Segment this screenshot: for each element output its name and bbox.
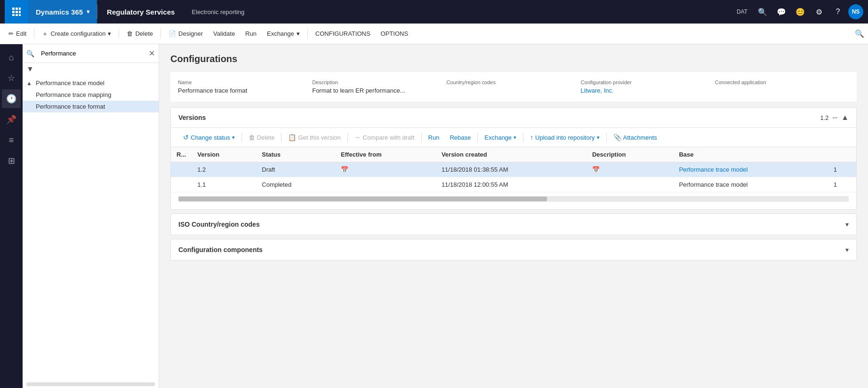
dynamics-nav[interactable]: Dynamics 365 ▾ [28, 0, 97, 24]
rebase-label: Rebase [450, 134, 471, 141]
search-icon[interactable]: 🔍 [754, 3, 771, 20]
provider-label: Configuration provider [581, 79, 715, 85]
compare-draft-button[interactable]: ↔ Compare with draft [350, 132, 419, 143]
upload-chevron: ▾ [597, 135, 600, 141]
app-grid-button[interactable] [5, 0, 28, 24]
create-label: Create configuration [50, 30, 105, 37]
upload-label: Upload into repository [535, 134, 595, 141]
recent-icon[interactable]: 🕐 [2, 89, 21, 108]
configurations-button[interactable]: CONFIGURATIONS [311, 26, 375, 41]
filter-icon[interactable]: ▼ [26, 65, 34, 73]
col-r: R... [171, 147, 192, 162]
ver-delete-button[interactable]: 🗑 Delete [244, 132, 280, 143]
components-section[interactable]: Configuration components ▾ [170, 239, 857, 261]
table-row[interactable]: 1.1 Completed 11/18/2018 12:00:55 AM Per… [171, 177, 856, 192]
svg-rect-7 [16, 14, 18, 16]
app-nav-icon[interactable]: ⊞ [2, 151, 21, 170]
row1-base[interactable]: Performance trace model [673, 162, 828, 177]
attachments-button[interactable]: 📎 Attachments [609, 132, 662, 143]
designer-button[interactable]: 📄 Designer [164, 26, 208, 41]
versions-title: Versions [178, 114, 820, 121]
col-version: Version [192, 147, 256, 162]
tree-item-performance-trace-mapping[interactable]: Performance trace mapping [23, 89, 159, 101]
config-connected-col: Connected application [715, 79, 849, 94]
star-icon[interactable]: ☆ [2, 69, 21, 87]
home-icon[interactable]: ⌂ [2, 48, 21, 67]
exchange-chevron: ▾ [297, 30, 300, 37]
exchange-button[interactable]: Exchange ▾ [262, 26, 305, 41]
tree-scrollbar[interactable] [26, 382, 155, 386]
versions-collapse-icon[interactable]: ▲ [841, 113, 849, 122]
desc-value: Format to learn ER performance... [312, 87, 446, 94]
versions-exchange-chevron: ▾ [514, 135, 516, 141]
versions-toolbar: ↺ Change status ▾ 🗑 Delete 📋 Get this ve… [171, 128, 856, 147]
name-label: Name [178, 79, 312, 85]
side-icons-panel: ⌂ ☆ 🕐 📌 ≡ ⊞ [0, 44, 23, 388]
tree-item-performance-trace-format[interactable]: Performance trace format [23, 101, 159, 112]
versions-run-button[interactable]: Run [424, 132, 444, 143]
options-button[interactable]: OPTIONS [376, 26, 413, 41]
versions-header[interactable]: Versions 1.2 -- ▲ [171, 108, 856, 128]
svg-rect-0 [12, 8, 15, 10]
tree-search-clear[interactable]: ✕ [149, 49, 155, 58]
toolbar-search-icon[interactable]: 🔍 [855, 29, 864, 38]
config-desc-col: Description Format to learn ER performan… [312, 79, 446, 94]
svg-rect-3 [12, 11, 15, 13]
change-status-button[interactable]: ↺ Change status ▾ [178, 132, 240, 143]
name-value: Performance trace format [178, 87, 312, 94]
upload-repo-button[interactable]: ↑ Upload into repository ▾ [525, 132, 604, 143]
rebase-button[interactable]: Rebase [445, 132, 475, 143]
attachments-label: Attachments [623, 134, 657, 141]
dynamics-chevron: ▾ [87, 8, 89, 15]
connected-label: Connected application [715, 79, 849, 85]
svg-rect-5 [19, 11, 21, 13]
ver-sep-7 [606, 133, 607, 142]
service-title: Regulatory Services [97, 8, 184, 16]
tree-content: ▲ Performance trace model Performance tr… [23, 75, 159, 380]
versions-exchange-button[interactable]: Exchange ▾ [480, 132, 521, 143]
user-icon[interactable]: 😊 [792, 3, 809, 20]
comment-icon[interactable]: 💬 [773, 3, 790, 20]
validate-label: Validate [213, 30, 235, 37]
iso-chevron: ▾ [845, 221, 849, 228]
validate-button[interactable]: Validate [209, 26, 240, 41]
components-chevron: ▾ [845, 246, 849, 253]
iso-section[interactable]: ISO Country/region codes ▾ [170, 214, 857, 235]
get-version-button[interactable]: 📋 Get this version [283, 132, 345, 143]
avatar[interactable]: NS [848, 4, 863, 19]
tree-search-input[interactable] [37, 48, 146, 59]
tree-item-performance-trace-model[interactable]: ▲ Performance trace model [23, 77, 159, 89]
tree-panel: 🔍 ✕ ▼ ▲ Performance trace model Performa… [23, 44, 159, 388]
top-nav: Dynamics 365 ▾ Regulatory Services Elect… [0, 0, 868, 24]
get-version-icon: 📋 [288, 134, 296, 141]
versions-table: R... Version Status Effective from Versi… [171, 147, 856, 192]
config-info-row: Name Performance trace format Descriptio… [178, 79, 849, 94]
settings-icon[interactable]: ⚙ [811, 3, 828, 20]
help-icon[interactable]: ? [829, 3, 846, 20]
dynamics-label: Dynamics 365 [36, 8, 83, 16]
delete-button[interactable]: 🗑 Delete [122, 26, 158, 41]
row1-effective: 📅 [335, 162, 436, 177]
provider-value[interactable]: Litware, Inc. [581, 87, 715, 94]
compare-icon: ↔ [354, 134, 361, 141]
col-base: Base [673, 147, 856, 162]
edit-label: Edit [16, 30, 26, 37]
change-status-chevron: ▾ [232, 135, 235, 141]
run-button[interactable]: Run [241, 26, 261, 41]
col-version-created: Version created [436, 147, 587, 162]
table-row[interactable]: 1.2 Draft 📅 11/18/2018 01:38:55 AM 📅 Per… [171, 162, 856, 177]
exchange-label: Exchange [267, 30, 294, 37]
row2-effective [335, 177, 436, 192]
versions-dash: -- [833, 113, 838, 122]
edit-button[interactable]: ✏ Edit [4, 26, 31, 41]
ver-sep-2 [281, 133, 281, 142]
tree-item-label: Performance trace format [36, 103, 105, 110]
toolbar-sep-4 [307, 29, 308, 39]
calendar-icon: 📅 [341, 166, 348, 173]
pin-icon[interactable]: 📌 [2, 110, 21, 129]
create-config-button[interactable]: ＋ Create configuration ▾ [37, 26, 116, 41]
tree-search-bar: 🔍 ✕ [23, 44, 159, 63]
horizontal-scrollbar[interactable] [178, 196, 849, 202]
module-nav-icon[interactable]: ≡ [2, 131, 21, 150]
row2-status: Completed [256, 177, 335, 192]
